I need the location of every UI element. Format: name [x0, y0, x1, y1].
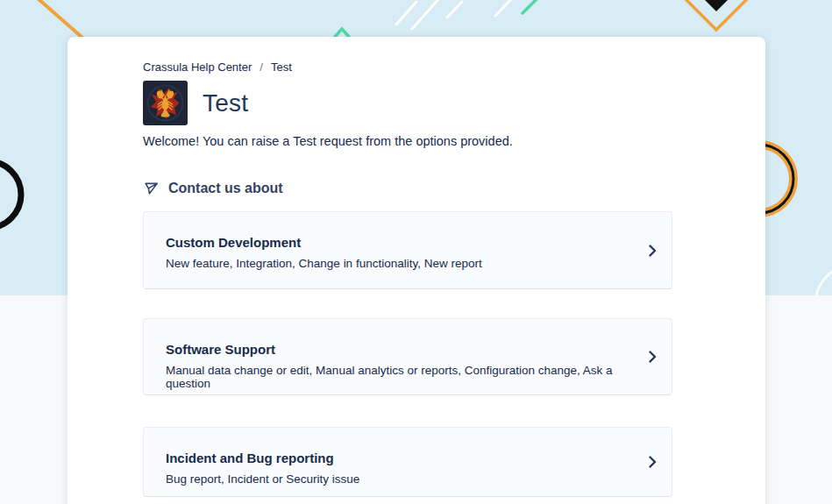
contact-section-heading: Contact us about: [143, 180, 283, 196]
portal-header: Test: [143, 81, 248, 125]
option-title: Incident and Bug reporting: [166, 451, 629, 465]
breadcrumb-current: Test: [271, 60, 292, 74]
option-title: Custom Development: [166, 235, 629, 250]
request-option-list: Custom Development New feature, Integrat…: [143, 211, 672, 497]
option-description: Manual data change or edit, Manual analy…: [166, 364, 629, 390]
decor-black-diamond: [700, 0, 732, 11]
help-center-page: Crassula Help Center / Test: [0, 0, 832, 504]
chevron-right-icon: [649, 245, 657, 257]
option-incident-bug-reporting[interactable]: Incident and Bug reporting Bug report, I…: [143, 427, 672, 497]
send-icon: [143, 180, 160, 196]
option-custom-development[interactable]: Custom Development New feature, Integrat…: [143, 211, 672, 289]
chevron-right-icon: [649, 351, 657, 363]
welcome-text: Welcome! You can raise a Test request fr…: [143, 134, 513, 148]
lobster-splat-logo: [143, 81, 188, 125]
main-card: Crassula Help Center / Test: [68, 37, 765, 504]
option-description: New feature, Integration, Change in func…: [166, 257, 629, 270]
breadcrumb-separator: /: [260, 60, 263, 74]
option-description: Bug report, Incident or Security issue: [166, 472, 629, 486]
contact-section-label: Contact us about: [168, 181, 283, 196]
decor-black-circle: [0, 161, 21, 228]
chevron-right-icon: [649, 456, 657, 468]
option-title: Software Support: [166, 342, 629, 357]
page-title: Test: [203, 89, 248, 117]
breadcrumb-help-center-link[interactable]: Crassula Help Center: [143, 60, 252, 74]
breadcrumb: Crassula Help Center / Test: [143, 60, 292, 74]
option-software-support[interactable]: Software Support Manual data change or e…: [143, 318, 672, 395]
decor-green-shapes: [335, 0, 538, 37]
decor-white-streaks: [396, 0, 513, 29]
decor-white-circle: [815, 265, 832, 295]
